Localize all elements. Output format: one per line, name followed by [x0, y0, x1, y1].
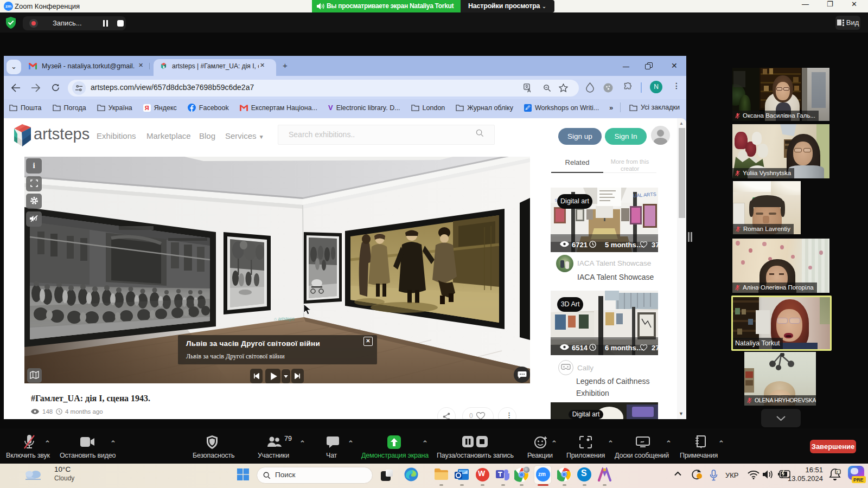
svg-text:⌂ artsteps: ⌂ artsteps — [274, 316, 295, 322]
svg-text:z: z — [837, 470, 838, 474]
